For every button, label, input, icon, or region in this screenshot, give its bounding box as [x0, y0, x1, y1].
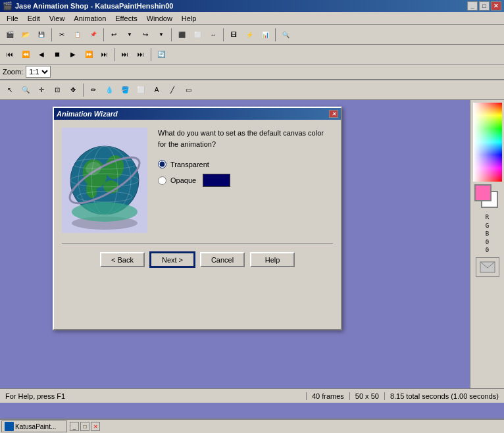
- menu-view[interactable]: View: [45, 13, 69, 24]
- menu-animation[interactable]: Animation: [70, 13, 110, 24]
- opaque-color-swatch[interactable]: [203, 174, 230, 187]
- wizard-divider: [62, 243, 333, 244]
- play-button[interactable]: ▶: [66, 47, 80, 62]
- dropper-tool[interactable]: 💧: [102, 83, 116, 97]
- fill-tool[interactable]: 🪣: [118, 83, 132, 97]
- minimize-button[interactable]: _: [467, 1, 478, 11]
- transform-tool[interactable]: ⊡: [50, 83, 64, 97]
- line-tool[interactable]: ╱: [165, 83, 180, 97]
- title-bar: 🎬 Jase Animation Shop - KatusaPaintHensh…: [0, 0, 504, 12]
- taskbar-item-icon: [5, 422, 14, 431]
- color-swatches: [474, 184, 501, 211]
- status-time: 8.15 total seconds (1.00 seconds): [384, 392, 504, 400]
- transparent-radio[interactable]: [158, 160, 166, 168]
- sep5: [275, 28, 276, 41]
- title-bar-controls: _ □ ✕: [467, 1, 501, 11]
- optimize-button[interactable]: ⚡: [242, 28, 257, 42]
- taskbar-ctrl-2[interactable]: □: [80, 422, 89, 431]
- sep2: [103, 28, 104, 41]
- open-button[interactable]: 📂: [18, 28, 33, 42]
- back-button[interactable]: < Back: [100, 252, 145, 267]
- undo-button[interactable]: ↩: [107, 28, 121, 42]
- wizard-close-button[interactable]: ✕: [329, 110, 338, 118]
- opaque-option: Opaque: [158, 174, 333, 187]
- cancel-button[interactable]: Cancel: [200, 252, 245, 267]
- dialog-overlay: Animation Wizard ✕: [0, 100, 470, 403]
- taskbar: KatusaPaint... _ □ ✕: [0, 419, 504, 433]
- rgb-display: RGB00: [486, 213, 489, 255]
- maximize-button[interactable]: □: [479, 1, 490, 11]
- app-icon: 🎬: [3, 1, 13, 11]
- crosshair-tool[interactable]: ✛: [34, 83, 49, 97]
- loop-button[interactable]: 🔄: [154, 47, 168, 62]
- sep6: [114, 48, 115, 61]
- zoom-bar: Zoom: 1:1 1:2 2:1 4:1: [0, 64, 504, 80]
- wizard-title-bar: Animation Wizard ✕: [54, 108, 341, 120]
- eraser-tool[interactable]: ⬜: [134, 83, 148, 97]
- close-button[interactable]: ✕: [491, 1, 501, 11]
- frame-start-button[interactable]: ⏭: [118, 47, 132, 62]
- zoom-tool[interactable]: 🔍: [18, 83, 33, 97]
- title-bar-left: 🎬 Jase Animation Shop - KatusaPaintHensh…: [3, 1, 173, 11]
- taskbar-ctrl-3[interactable]: ✕: [91, 422, 100, 431]
- text-tool[interactable]: A: [149, 83, 164, 97]
- last-frame-button[interactable]: ⏭: [97, 47, 112, 62]
- wizard-globe-image: [62, 128, 147, 233]
- flip-h-button[interactable]: ↔: [206, 28, 220, 42]
- select-tool[interactable]: ↖: [3, 83, 17, 97]
- redo-button[interactable]: ↪: [138, 28, 153, 42]
- first-frame-button[interactable]: ⏮: [3, 47, 17, 62]
- stop-button[interactable]: ⏹: [50, 47, 64, 62]
- resize-button[interactable]: ⬛: [174, 28, 189, 42]
- crop-button[interactable]: ⬜: [190, 28, 205, 42]
- opaque-radio[interactable]: [158, 176, 166, 185]
- sep3: [171, 28, 172, 41]
- redo-dropdown[interactable]: ▼: [154, 28, 168, 42]
- foreground-color-swatch[interactable]: [474, 184, 491, 201]
- help-button[interactable]: Help: [250, 252, 295, 267]
- toolbar-tools: ↖ 🔍 ✛ ⊡ ✥ ✏ 💧 🪣 ⬜ A ╱ ▭: [0, 80, 504, 100]
- toolbar-playback: ⏮ ⏪ ◀ ⏹ ▶ ⏩ ⏭ ⏭ ⏭ 🔄: [0, 45, 504, 64]
- menu-effects[interactable]: Effects: [111, 13, 141, 24]
- prev-button[interactable]: ◀: [34, 47, 49, 62]
- frame-end-button[interactable]: ⏭: [134, 47, 148, 62]
- wizard-title: Animation Wizard: [57, 110, 118, 118]
- zoom-in-button[interactable]: 🔍: [278, 28, 293, 42]
- move-tool[interactable]: ✥: [66, 83, 80, 97]
- sep4: [223, 28, 224, 41]
- menu-bar: File Edit View Animation Effects Window …: [0, 12, 504, 25]
- new-button[interactable]: 🎬: [3, 28, 17, 42]
- undo-dropdown[interactable]: ▼: [122, 28, 137, 42]
- status-frames: 40 frames: [306, 392, 349, 400]
- save-button[interactable]: 💾: [34, 28, 49, 42]
- next-button[interactable]: ⏩: [82, 47, 96, 62]
- color-gradient[interactable]: [473, 103, 502, 182]
- transparent-label: Transparent: [170, 161, 209, 168]
- prev-frame-button[interactable]: ⏪: [18, 47, 33, 62]
- animation-wizard-dialog: Animation Wizard ✕: [53, 107, 342, 330]
- sep7: [151, 48, 151, 61]
- menu-file[interactable]: File: [3, 13, 22, 24]
- svg-point-16: [72, 202, 138, 222]
- taskbar-controls: _ □ ✕: [70, 422, 100, 431]
- paste-button[interactable]: 📌: [86, 28, 101, 42]
- menu-edit[interactable]: Edit: [24, 13, 44, 24]
- next-button[interactable]: Next >: [150, 252, 195, 267]
- properties-button[interactable]: 📊: [258, 28, 272, 42]
- cut-button[interactable]: ✂: [55, 28, 69, 42]
- zoom-select[interactable]: 1:1 1:2 2:1 4:1: [26, 66, 51, 78]
- zoom-label: Zoom:: [3, 68, 23, 76]
- email-icon[interactable]: [476, 257, 499, 277]
- rect-tool[interactable]: ▭: [181, 83, 195, 97]
- copy-button[interactable]: 📋: [70, 28, 85, 42]
- frames-button[interactable]: 🎞: [226, 28, 241, 42]
- pencil-tool[interactable]: ✏: [86, 83, 101, 97]
- toolbar-main: 🎬 📂 💾 ✂ 📋 📌 ↩ ▼ ↪ ▼ ⬛ ⬜ ↔ 🎞 ⚡ 📊 🔍: [0, 25, 504, 45]
- sep8: [83, 84, 84, 97]
- menu-help[interactable]: Help: [178, 13, 201, 24]
- menu-window[interactable]: Window: [143, 13, 176, 24]
- app-title: Jase Animation Shop - KatusaPaintHenshin…: [15, 2, 173, 10]
- taskbar-item[interactable]: KatusaPaint...: [1, 420, 67, 432]
- taskbar-ctrl-1[interactable]: _: [70, 422, 79, 431]
- sep1: [51, 28, 52, 41]
